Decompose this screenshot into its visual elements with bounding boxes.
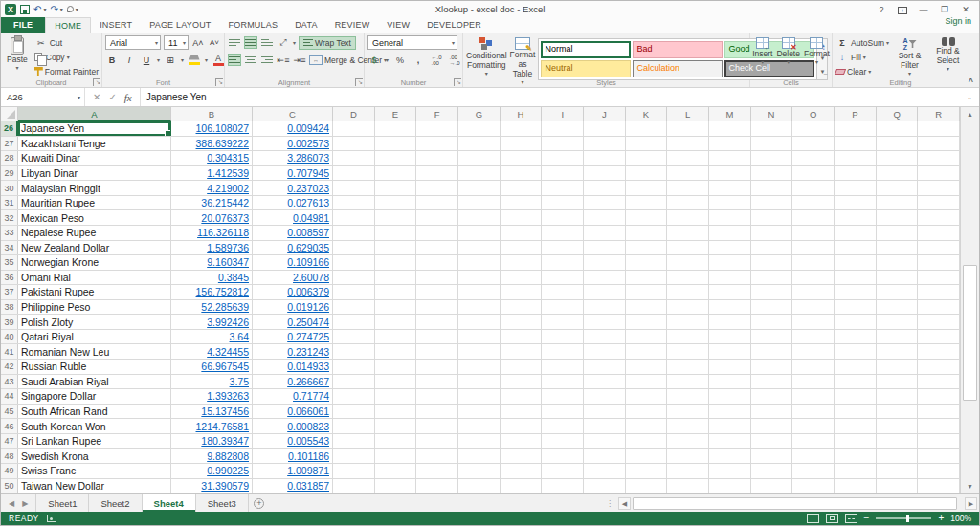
cell-empty[interactable] xyxy=(542,389,584,404)
column-header-B[interactable]: B xyxy=(171,107,253,121)
cell-A32[interactable]: Mexican Peso xyxy=(18,210,171,225)
cell-A40[interactable]: Qatari Riyal xyxy=(18,330,171,344)
cell-empty[interactable] xyxy=(709,344,751,359)
insert-cells-button[interactable]: ← Insert▾ xyxy=(752,35,772,65)
cell-A45[interactable]: South African Rand xyxy=(18,405,171,419)
cell-empty[interactable] xyxy=(792,405,835,419)
cell-empty[interactable] xyxy=(375,464,417,478)
cell-empty[interactable] xyxy=(375,137,417,151)
cell-empty[interactable] xyxy=(458,405,501,419)
cell-empty[interactable] xyxy=(501,210,543,225)
cell-empty[interactable] xyxy=(709,210,751,225)
zoom-slider-thumb[interactable] xyxy=(906,515,909,522)
column-header-F[interactable]: F xyxy=(416,107,458,121)
column-header-K[interactable]: K xyxy=(626,107,668,121)
cell-empty[interactable] xyxy=(333,479,375,493)
cell-empty[interactable] xyxy=(751,344,793,359)
cell-C38[interactable]: 0.019126 xyxy=(253,300,333,315)
qat-customize-icon[interactable]: ▾ xyxy=(76,6,78,12)
cell-empty[interactable] xyxy=(667,434,709,449)
cell-empty[interactable] xyxy=(333,389,375,404)
percent-style-icon[interactable]: % xyxy=(393,54,407,66)
cell-A43[interactable]: Saudi Arabian Riyal xyxy=(18,375,171,389)
row-header-37[interactable]: 37 xyxy=(1,285,18,299)
cell-empty[interactable] xyxy=(416,151,458,165)
cell-empty[interactable] xyxy=(667,479,709,493)
cell-empty[interactable] xyxy=(751,315,793,329)
cell-empty[interactable] xyxy=(458,389,501,404)
cell-A50[interactable]: Taiwan New Dollar xyxy=(18,479,171,493)
cell-empty[interactable] xyxy=(501,464,543,478)
cell-empty[interactable] xyxy=(333,330,375,344)
cell-empty[interactable] xyxy=(626,241,668,255)
italic-button[interactable]: I xyxy=(122,54,136,66)
cell-empty[interactable] xyxy=(501,449,543,463)
column-header-Q[interactable]: Q xyxy=(877,107,919,121)
cell-empty[interactable] xyxy=(751,419,793,433)
font-size-combo[interactable]: 11▾ xyxy=(164,35,189,50)
cell-empty[interactable] xyxy=(458,344,501,359)
cell-empty[interactable] xyxy=(542,137,584,151)
cell-empty[interactable] xyxy=(416,137,458,151)
cell-empty[interactable] xyxy=(918,255,960,270)
formula-bar-expand-icon[interactable]: ⌄ xyxy=(960,88,979,106)
cell-empty[interactable] xyxy=(877,121,919,136)
cell-empty[interactable] xyxy=(751,271,793,285)
style-bad[interactable]: Bad xyxy=(633,41,723,58)
cell-empty[interactable] xyxy=(375,330,417,344)
column-header-E[interactable]: E xyxy=(375,107,417,121)
cell-empty[interactable] xyxy=(458,137,501,151)
cell-empty[interactable] xyxy=(626,151,668,165)
cell-empty[interactable] xyxy=(542,479,584,493)
cell-empty[interactable] xyxy=(918,285,960,299)
cell-C36[interactable]: 2.60078 xyxy=(253,271,333,285)
cell-empty[interactable] xyxy=(877,315,919,329)
cell-empty[interactable] xyxy=(584,121,626,136)
cell-empty[interactable] xyxy=(584,344,626,359)
cell-empty[interactable] xyxy=(918,181,960,195)
cell-empty[interactable] xyxy=(542,315,584,329)
cell-empty[interactable] xyxy=(751,389,793,404)
cell-empty[interactable] xyxy=(918,210,960,225)
cell-B30[interactable]: 4.219002 xyxy=(171,181,253,195)
row-header-26[interactable]: 26 xyxy=(1,121,18,136)
cell-empty[interactable] xyxy=(333,375,375,389)
cell-empty[interactable] xyxy=(584,226,626,240)
cell-C42[interactable]: 0.014933 xyxy=(253,360,333,374)
cell-empty[interactable] xyxy=(375,210,417,225)
cell-empty[interactable] xyxy=(751,255,793,270)
cell-empty[interactable] xyxy=(792,166,835,181)
cell-empty[interactable] xyxy=(751,285,793,299)
column-header-L[interactable]: L xyxy=(667,107,709,121)
cell-empty[interactable] xyxy=(751,300,793,315)
cell-empty[interactable] xyxy=(626,464,668,478)
cell-empty[interactable] xyxy=(333,285,375,299)
cell-empty[interactable] xyxy=(458,434,501,449)
comma-style-icon[interactable]: , xyxy=(412,54,425,66)
cell-empty[interactable] xyxy=(626,285,668,299)
cell-A35[interactable]: Norwegian Krone xyxy=(18,255,171,270)
cell-empty[interactable] xyxy=(584,181,626,195)
cell-empty[interactable] xyxy=(667,419,709,433)
cell-empty[interactable] xyxy=(626,166,668,181)
cell-empty[interactable] xyxy=(918,360,960,374)
cell-empty[interactable] xyxy=(667,285,709,299)
style-neutral[interactable]: Neutral xyxy=(541,60,631,77)
cell-B37[interactable]: 156.752812 xyxy=(171,285,253,299)
cell-empty[interactable] xyxy=(333,300,375,315)
cell-empty[interactable] xyxy=(792,330,835,344)
cell-empty[interactable] xyxy=(626,360,668,374)
cell-empty[interactable] xyxy=(501,300,543,315)
normal-view-icon[interactable] xyxy=(807,514,819,523)
cell-empty[interactable] xyxy=(416,389,458,404)
cell-empty[interactable] xyxy=(375,375,417,389)
cell-C37[interactable]: 0.006379 xyxy=(253,285,333,299)
cell-empty[interactable] xyxy=(501,181,543,195)
cell-empty[interactable] xyxy=(416,241,458,255)
cell-empty[interactable] xyxy=(375,449,417,463)
cell-empty[interactable] xyxy=(709,360,751,374)
top-align-icon[interactable] xyxy=(228,36,241,49)
cell-empty[interactable] xyxy=(584,434,626,449)
cell-empty[interactable] xyxy=(709,419,751,433)
cell-empty[interactable] xyxy=(792,315,835,329)
